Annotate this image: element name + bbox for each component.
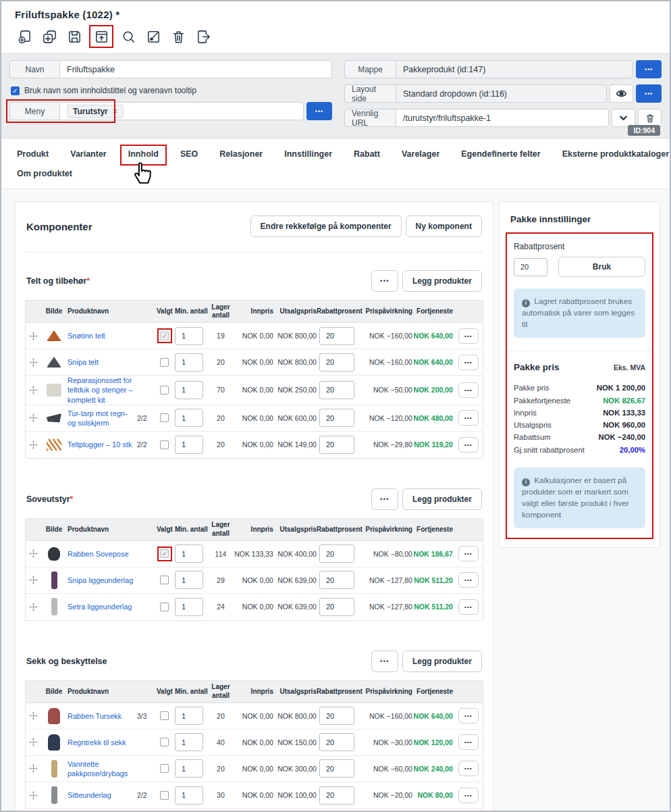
valgt-checkbox[interactable] (160, 576, 169, 584)
product-name-link[interactable]: Reparasjonssett for teltduk og stenger –… (68, 376, 135, 405)
rabattprosent-input[interactable] (319, 571, 354, 589)
legg-produkter-button[interactable]: Legg produkter (402, 270, 482, 292)
reorder-components-button[interactable]: Endre rekkefølge på komponenter (250, 215, 402, 237)
remove-tag-icon[interactable]: × (113, 107, 117, 116)
valgt-checkbox[interactable] (160, 358, 169, 367)
tab-seo[interactable]: SEO (180, 149, 198, 169)
meny-more-button[interactable]: ••• (306, 102, 332, 120)
vennlig-url-input[interactable] (396, 109, 609, 127)
min-antall-input[interactable] (175, 733, 203, 751)
layout-side-more-button[interactable]: ••• (636, 84, 662, 103)
legg-produkter-button[interactable]: Legg produkter (402, 651, 482, 672)
drag-handle-icon[interactable] (26, 413, 41, 422)
product-name-link[interactable]: Snøtinn telt (68, 331, 105, 340)
bruk-button[interactable]: Bruk (558, 257, 645, 277)
product-name-link[interactable]: Rabben Sovepose (68, 549, 129, 559)
rabattprosent-input[interactable] (319, 759, 354, 778)
rabattprosent-input[interactable] (319, 327, 354, 345)
drag-handle-icon[interactable] (26, 549, 41, 558)
rabattprosent-input[interactable] (319, 598, 354, 616)
save-icon[interactable] (65, 27, 84, 46)
row-menu-button[interactable]: ••• (458, 572, 479, 588)
drag-handle-icon[interactable] (26, 764, 41, 773)
tab-varianter[interactable]: Varianter (70, 149, 107, 169)
product-name-link[interactable]: Snipa telt (68, 357, 99, 367)
product-name-link[interactable]: Snipa liggeunderlag (68, 576, 133, 585)
min-antall-input[interactable] (175, 327, 203, 345)
valgt-checkbox[interactable] (160, 440, 169, 449)
publish-icon[interactable] (92, 27, 111, 46)
component-menu-button[interactable]: ••• (371, 488, 398, 510)
valgt-checkbox[interactable] (160, 332, 169, 340)
drag-handle-icon[interactable] (26, 791, 41, 800)
new-product-icon[interactable] (15, 27, 34, 46)
product-name-link[interactable]: Setra liggeunderlag (68, 602, 132, 611)
drag-handle-icon[interactable] (26, 440, 41, 449)
preview-layout-button[interactable] (610, 84, 633, 103)
product-name-link[interactable]: Vanntette pakkpose/drybags (68, 759, 135, 779)
tab-om-produktet[interactable]: Om produktet (16, 169, 73, 188)
min-antall-input[interactable] (175, 571, 203, 589)
rabattprosent-input[interactable] (319, 353, 354, 372)
product-name-link[interactable]: Tur-tarp mot regn- og solskjerm (68, 409, 135, 428)
component-menu-button[interactable]: ••• (371, 651, 398, 672)
drag-handle-icon[interactable] (26, 738, 41, 746)
tab-innstillinger[interactable]: Innstillinger (284, 149, 333, 169)
rabattprosent-input[interactable] (319, 436, 354, 454)
min-antall-input[interactable] (175, 759, 203, 778)
row-menu-button[interactable]: ••• (458, 437, 479, 453)
tab-rabatt[interactable]: Rabatt (353, 149, 381, 169)
tab-egendefinerte-felter[interactable]: Egendefinerte felter (460, 149, 541, 169)
rabattprosent-input[interactable] (514, 258, 547, 276)
row-menu-button[interactable]: ••• (458, 708, 479, 724)
legg-produkter-button[interactable]: Legg produkter (402, 488, 482, 510)
min-antall-input[interactable] (175, 381, 203, 399)
product-name-link[interactable]: Rabben Tursekk (68, 711, 122, 721)
rabattprosent-input[interactable] (319, 381, 354, 399)
tab-relasjoner[interactable]: Relasjoner (219, 149, 263, 169)
copy-product-icon[interactable] (40, 27, 59, 46)
valgt-checkbox[interactable] (160, 386, 169, 395)
drag-handle-icon[interactable] (26, 603, 41, 611)
valgt-checkbox[interactable] (160, 549, 169, 558)
product-name-link[interactable]: Teltplugger – 10 stk (68, 440, 132, 449)
rabattprosent-input[interactable] (319, 786, 354, 805)
url-delete-button[interactable] (638, 109, 662, 127)
row-menu-button[interactable]: ••• (458, 355, 479, 370)
row-menu-button[interactable]: ••• (458, 734, 479, 750)
row-menu-button[interactable]: ••• (458, 328, 479, 344)
valgt-checkbox[interactable] (160, 413, 169, 422)
mappe-more-button[interactable]: ••• (636, 60, 662, 78)
row-menu-button[interactable]: ••• (458, 410, 479, 426)
min-antall-input[interactable] (175, 436, 203, 454)
use-name-checkbox[interactable]: ✓ (11, 86, 20, 95)
min-antall-input[interactable] (175, 707, 203, 725)
rabattprosent-input[interactable] (319, 733, 354, 751)
meny-input[interactable]: Turutstyr× (59, 102, 304, 120)
row-menu-button[interactable]: ••• (458, 599, 479, 615)
min-antall-input[interactable] (175, 786, 203, 805)
rabattprosent-input[interactable] (319, 707, 354, 725)
tab-innhold[interactable]: Innhold (128, 149, 159, 169)
row-menu-button[interactable]: ••• (458, 546, 479, 561)
valgt-checkbox[interactable] (160, 764, 169, 773)
valgt-checkbox[interactable] (160, 603, 169, 611)
rabattprosent-input[interactable] (319, 544, 354, 563)
tab-produkt[interactable]: Produkt (16, 149, 49, 169)
exit-icon[interactable] (194, 27, 213, 46)
valgt-checkbox[interactable] (160, 711, 169, 720)
valgt-checkbox[interactable] (160, 738, 169, 746)
rabattprosent-input[interactable] (319, 409, 354, 427)
min-antall-input[interactable] (175, 353, 203, 372)
unpublish-icon[interactable] (144, 27, 163, 46)
drag-handle-icon[interactable] (26, 358, 41, 367)
product-name-link[interactable]: Sitteunderlag (68, 790, 111, 800)
min-antall-input[interactable] (175, 598, 203, 616)
url-expand-button[interactable] (612, 109, 635, 127)
row-menu-button[interactable]: ••• (458, 788, 479, 803)
valgt-checkbox[interactable] (160, 791, 169, 800)
navn-input[interactable] (59, 60, 332, 78)
new-component-button[interactable]: Ny komponent (406, 215, 482, 237)
min-antall-input[interactable] (175, 409, 203, 427)
drag-handle-icon[interactable] (26, 386, 41, 395)
